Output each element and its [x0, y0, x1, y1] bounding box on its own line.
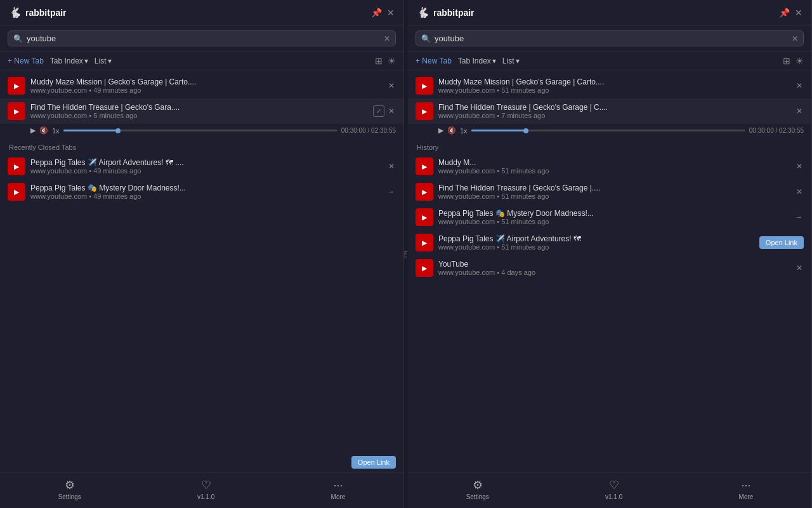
left-more-label: More: [331, 493, 346, 500]
right-tab-item-muddy-title: Muddy Maze Mission | Gecko's Garage | Ca…: [438, 77, 790, 86]
left-sun-icon[interactable]: ☀: [388, 56, 396, 66]
right-hist-favicon-mystery: ▶: [416, 208, 433, 226]
left-tab-hidden-close[interactable]: ✕: [387, 105, 396, 117]
right-search-clear[interactable]: ✕: [792, 34, 798, 43]
right-more-btn[interactable]: ··· More: [739, 479, 754, 500]
right-tab-item-muddy[interactable]: ▶ Muddy Maze Mission | Gecko's Garage | …: [408, 73, 811, 98]
right-hist-info-youtube: YouTube www.youtube.com • 4 days ago: [438, 260, 790, 276]
right-hist-hidden-close[interactable]: ✕: [795, 186, 804, 197]
left-closed-info-airport: Peppa Pig Tales ✈️ Airport Adventures! 🗺…: [30, 158, 382, 175]
right-tab-item-hidden-title: Find The Hidden Treasure | Gecko's Garag…: [438, 103, 790, 112]
left-closed-airport-actions: ✕: [387, 161, 396, 172]
left-list-dropdown[interactable]: List ▾: [95, 57, 112, 65]
left-popup-header: 🐇 rabbitpair 📌 ✕: [0, 0, 403, 25]
left-tab-muddy-close[interactable]: ✕: [387, 80, 396, 91]
right-tab-favicon-hidden: ▶: [416, 102, 433, 120]
right-history-item-muddy[interactable]: ▶ Muddy M... www.youtube.com • 51 minute…: [408, 154, 811, 179]
right-search-bar: 🔍 ✕: [408, 25, 811, 52]
left-close-btn[interactable]: ✕: [387, 8, 395, 18]
right-tab-hidden-close[interactable]: ✕: [795, 105, 804, 117]
left-media-speed[interactable]: 1x: [52, 127, 60, 135]
right-media-mute[interactable]: 🔇: [447, 126, 456, 135]
right-hist-mystery-arrow[interactable]: →: [794, 211, 804, 223]
left-closed-tab-peppa-mystery[interactable]: ▶ Peppa Pig Tales 🎭 Mystery Door Madness…: [0, 179, 403, 204]
right-search-input[interactable]: [435, 34, 788, 43]
left-logo-icon: 🐇: [9, 6, 22, 18]
left-toolbar-left: + New Tab Tab Index ▾ List ▾: [8, 57, 112, 65]
left-section-list: ▶ Muddy Maze Mission | Gecko's Garage | …: [0, 70, 403, 452]
right-search-icon: 🔍: [421, 34, 431, 43]
right-heart-icon: ♡: [609, 478, 619, 492]
left-pin-btn[interactable]: 📌: [371, 8, 382, 18]
right-sun-icon[interactable]: ☀: [796, 56, 804, 66]
left-closed-title-mystery: Peppa Pig Tales 🎭 Mystery Door Madness!.…: [30, 184, 381, 192]
right-hist-title-mystery: Peppa Pig Tales 🎭 Mystery Door Madness!.…: [438, 209, 789, 218]
right-history-item-mystery[interactable]: ▶ Peppa Pig Tales 🎭 Mystery Door Madness…: [408, 204, 811, 230]
right-history-item-hidden[interactable]: ▶ Find The Hidden Treasure | Gecko's Gar…: [408, 179, 811, 204]
left-more-btn[interactable]: ··· More: [331, 479, 346, 500]
right-bottom-bar: ⚙ Settings ♡ v1.1.0 ··· More: [408, 472, 811, 508]
left-tab-item-hidden-url: www.youtube.com • 5 minutes ago: [30, 112, 368, 119]
left-tab-item-hidden-title: Find The Hidden Treasure | Gecko's Gara.…: [30, 103, 368, 112]
right-hist-info-airport: Peppa Pig Tales ✈️ Airport Adventures! 🗺…: [438, 234, 754, 251]
right-media-controls: ▶ 🔇 1x 00:30:00 / 02:30:55: [408, 124, 811, 138]
left-closed-url-airport: www.youtube.com • 49 minutes ago: [30, 167, 382, 175]
left-settings-btn[interactable]: ⚙ Settings: [58, 478, 81, 500]
right-media-progress[interactable]: [471, 130, 745, 131]
right-tab-item-hidden-url: www.youtube.com • 7 minutes ago: [438, 112, 790, 119]
right-hist-muddy-close[interactable]: ✕: [795, 161, 804, 172]
left-media-mute[interactable]: 🔇: [39, 126, 48, 135]
right-close-btn[interactable]: ✕: [795, 8, 802, 18]
right-hist-url-airport: www.youtube.com • 51 minutes ago: [438, 243, 754, 251]
right-grid-icon[interactable]: ⊞: [783, 56, 790, 66]
left-version-btn[interactable]: ♡ v1.1.0: [197, 478, 214, 500]
left-recently-closed-label: Recently Closed Tabs: [0, 138, 403, 154]
left-search-clear[interactable]: ✕: [384, 34, 390, 43]
left-toolbar-right: ⊞ ☀: [375, 56, 396, 66]
right-media-play[interactable]: ▶: [438, 126, 443, 135]
right-popup-header: 🐇 rabbitpair 📌 ✕: [408, 0, 811, 25]
left-tab-item-hidden[interactable]: ▶ Find The Hidden Treasure | Gecko's Gar…: [0, 98, 403, 124]
right-tab-item-hidden[interactable]: ▶ Find The Hidden Treasure | Gecko's Gar…: [408, 98, 811, 124]
right-hist-info-mystery: Peppa Pig Tales 🎭 Mystery Door Madness!.…: [438, 209, 789, 225]
right-settings-icon: ⚙: [473, 478, 483, 492]
left-closed-mystery-arrow[interactable]: →: [386, 186, 396, 197]
left-tab-favicon-muddy: ▶: [8, 77, 25, 95]
right-hist-youtube-close[interactable]: ✕: [795, 262, 804, 274]
left-logo: 🐇 rabbitpair: [9, 6, 67, 18]
right-hist-favicon-youtube: ▶: [416, 259, 433, 277]
left-media-play[interactable]: ▶: [30, 126, 36, 135]
right-new-tab-btn[interactable]: + New Tab: [416, 57, 452, 65]
right-hist-url-mystery: www.youtube.com • 51 minutes ago: [438, 218, 789, 225]
left-tab-item-muddy-url: www.youtube.com • 49 minutes ago: [30, 86, 382, 94]
right-version-btn[interactable]: ♡ v1.1.0: [605, 478, 622, 500]
right-media-speed[interactable]: 1x: [460, 127, 468, 135]
left-new-tab-btn[interactable]: + New Tab: [8, 57, 44, 65]
left-open-link-btn[interactable]: Open Link: [351, 456, 396, 469]
right-hist-url-youtube: www.youtube.com • 4 days ago: [438, 269, 790, 276]
left-tab-index-dropdown[interactable]: Tab Index ▾: [50, 57, 88, 65]
right-tab-muddy-close[interactable]: ✕: [795, 80, 804, 91]
left-tab-favicon-hidden: ▶: [8, 102, 25, 120]
left-settings-label: Settings: [58, 493, 81, 500]
right-pin-btn[interactable]: 📌: [779, 8, 790, 18]
left-media-thumb: [115, 128, 121, 133]
right-history-item-airport[interactable]: ▶ Peppa Pig Tales ✈️ Airport Adventures!…: [408, 230, 811, 255]
right-open-link-airport-btn[interactable]: Open Link: [759, 236, 804, 249]
left-media-progress[interactable]: [63, 130, 337, 131]
right-settings-btn[interactable]: ⚙ Settings: [466, 478, 489, 500]
right-toolbar: + New Tab Tab Index ▾ List ▾ ⊞ ☀: [408, 52, 811, 70]
left-tab-item-muddy[interactable]: ▶ Muddy Maze Mission | Gecko's Garage | …: [0, 73, 403, 98]
right-tab-index-dropdown[interactable]: Tab Index ▾: [458, 57, 496, 65]
left-search-input[interactable]: [27, 34, 380, 43]
right-media-fill: [471, 130, 526, 131]
left-search-icon: 🔍: [13, 34, 23, 43]
right-history-item-youtube[interactable]: ▶ YouTube www.youtube.com • 4 days ago ✕: [408, 255, 811, 281]
left-closed-tab-peppa-airport[interactable]: ▶ Peppa Pig Tales ✈️ Airport Adventures!…: [0, 154, 403, 179]
right-more-label: More: [739, 493, 754, 500]
right-list-dropdown[interactable]: List ▾: [502, 57, 520, 65]
left-tab-expand-icon[interactable]: ⤢: [373, 105, 384, 117]
left-grid-icon[interactable]: ⊞: [375, 56, 383, 66]
right-header-actions: 📌 ✕: [779, 8, 802, 18]
left-closed-airport-close[interactable]: ✕: [387, 161, 396, 172]
